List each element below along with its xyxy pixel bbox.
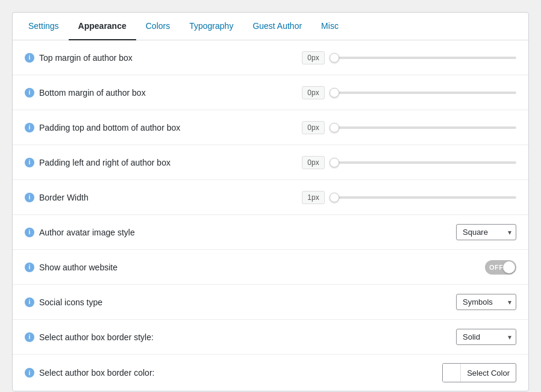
control-padding-tb: 0px (302, 121, 516, 134)
control-padding-lr: 0px (302, 156, 516, 169)
row-top-margin: i Top margin of author box 0px (13, 40, 528, 75)
label-padding-lr: Padding left and right of author box (39, 158, 170, 167)
tab-misc[interactable]: Misc (311, 13, 348, 40)
label-top-margin: Top margin of author box (39, 53, 133, 63)
label-border-width: Border Width (39, 193, 89, 202)
row-border-color: i Select author box border color: Select… (13, 355, 528, 391)
control-bottom-margin: 0px (302, 86, 516, 99)
control-border-color: Select Color (442, 363, 516, 382)
info-icon-border-style[interactable]: i (25, 332, 34, 342)
control-top-margin: 0px (302, 51, 516, 64)
info-icon-padding-tb[interactable]: i (25, 123, 34, 132)
slider-thumb-border-width[interactable] (330, 193, 339, 202)
slider-border-width[interactable] (330, 196, 516, 199)
main-container: Settings Appearance Colors Typography Gu… (12, 12, 529, 391)
row-bottom-margin: i Bottom margin of author box 0px (13, 75, 528, 110)
tab-guest-author[interactable]: Guest Author (243, 13, 311, 40)
slider-top-margin[interactable] (330, 57, 516, 59)
tabs-bar: Settings Appearance Colors Typography Gu… (13, 13, 528, 40)
dropdown-avatar-style[interactable]: Square Circle Rounded (456, 224, 516, 240)
control-social-icons: Symbols Square Circle (456, 294, 516, 310)
value-border-width: 1px (302, 191, 325, 204)
value-bottom-margin: 0px (302, 86, 325, 99)
control-border-style: Solid Dashed Dotted None (456, 329, 516, 345)
control-border-width: 1px (302, 191, 516, 204)
toggle-knob (503, 261, 515, 273)
info-icon-border-color[interactable]: i (25, 368, 34, 378)
label-show-website: Show author website (39, 263, 117, 272)
color-swatch (443, 364, 461, 382)
toggle-label-off: OFF (489, 264, 504, 271)
row-border-width: i Border Width 1px (13, 180, 528, 215)
dropdown-social-icons[interactable]: Symbols Square Circle (456, 294, 516, 310)
value-top-margin: 0px (302, 51, 325, 64)
info-icon-top-margin[interactable]: i (25, 53, 34, 63)
slider-thumb-top-margin[interactable] (330, 53, 339, 63)
info-icon-border-width[interactable]: i (25, 193, 34, 202)
row-show-website: i Show author website OFF (13, 250, 528, 285)
label-bottom-margin: Bottom margin of author box (39, 88, 146, 98)
dropdown-wrapper-border-style: Solid Dashed Dotted None (456, 329, 516, 345)
dropdown-border-style[interactable]: Solid Dashed Dotted None (456, 329, 516, 345)
info-icon-social-icons[interactable]: i (25, 297, 34, 307)
info-icon-show-website[interactable]: i (25, 263, 34, 272)
label-social-icons: Social icons type (39, 297, 102, 307)
label-border-color: Select author box border color: (39, 368, 154, 378)
row-social-icons: i Social icons type Symbols Square Circl… (13, 285, 528, 320)
color-picker-button[interactable]: Select Color (442, 363, 516, 382)
dropdown-wrapper-social: Symbols Square Circle (456, 294, 516, 310)
value-padding-tb: 0px (302, 121, 325, 134)
content-area: i Top margin of author box 0px i Bottom … (13, 40, 528, 391)
slider-padding-lr[interactable] (330, 161, 516, 164)
label-padding-tb: Padding top and bottom of author box (39, 123, 180, 132)
slider-thumb-bottom-margin[interactable] (330, 88, 339, 98)
control-show-website: OFF (485, 260, 516, 275)
tab-colors[interactable]: Colors (136, 13, 180, 40)
tab-settings[interactable]: Settings (19, 13, 69, 40)
slider-thumb-padding-tb[interactable] (330, 123, 339, 132)
tab-appearance[interactable]: Appearance (69, 13, 136, 40)
label-avatar-style: Author avatar image style (39, 228, 135, 237)
label-border-style: Select author box border style: (39, 332, 154, 342)
control-avatar-style: Square Circle Rounded (456, 224, 516, 240)
info-icon-avatar-style[interactable]: i (25, 228, 34, 237)
tab-typography[interactable]: Typography (180, 13, 243, 40)
row-padding-left-right: i Padding left and right of author box 0… (13, 145, 528, 180)
row-border-style: i Select author box border style: Solid … (13, 320, 528, 355)
slider-thumb-padding-lr[interactable] (330, 158, 339, 167)
value-padding-lr: 0px (302, 156, 325, 169)
dropdown-wrapper-avatar: Square Circle Rounded (456, 224, 516, 240)
slider-bottom-margin[interactable] (330, 92, 516, 94)
row-avatar-style: i Author avatar image style Square Circl… (13, 215, 528, 250)
info-icon-padding-lr[interactable]: i (25, 158, 34, 167)
color-btn-label: Select Color (461, 369, 516, 378)
toggle-show-website[interactable]: OFF (485, 260, 516, 275)
row-padding-top-bottom: i Padding top and bottom of author box 0… (13, 110, 528, 145)
slider-padding-tb[interactable] (330, 126, 516, 129)
info-icon-bottom-margin[interactable]: i (25, 88, 34, 98)
